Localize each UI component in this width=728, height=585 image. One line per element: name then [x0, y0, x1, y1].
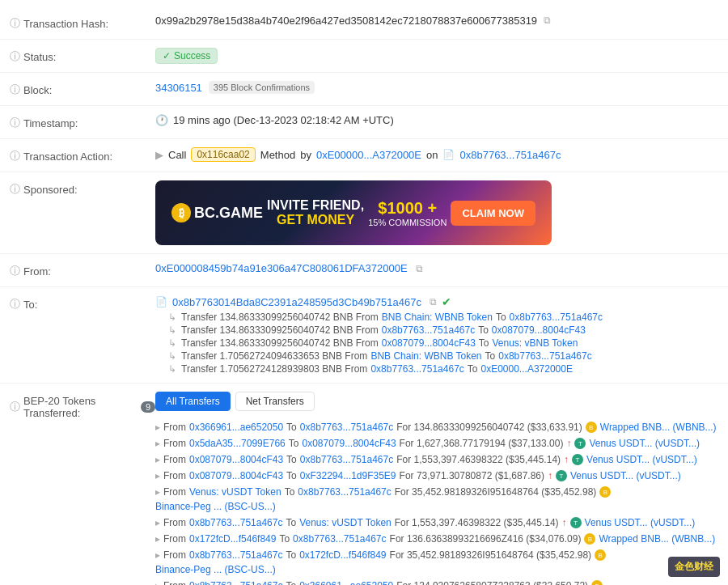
info-icon-hash: ⓘ [10, 16, 20, 31]
block-label: ⓘ Block: [10, 81, 155, 97]
status-row: ⓘ Status: ✓ Success [0, 40, 728, 73]
info-icon-from: ⓘ [10, 264, 20, 278]
ad-logo: ₿ BC.GAME [171, 203, 263, 223]
tx-hash-content: 0x99a2b2978e15d38a4b740e2f96a427ed350814… [155, 15, 718, 27]
from-content: 0xE000008459b74a91e306a47C808061DFA37200… [155, 262, 718, 274]
to-label: ⓘ To: [10, 295, 155, 312]
ad-amount-value: $1000 + [368, 199, 447, 218]
token-4-to[interactable]: 0xF32294...1d9F35E9 [300, 470, 396, 481]
token-line-3: From 0x087079...8004cF43 To 0x8b7763...7… [155, 451, 718, 468]
tx-action-row: ⓘ Transaction Action: ▶ Call 0x116caa02 … [0, 139, 728, 172]
transfer-5-to[interactable]: 0xE0000...A372000E [481, 363, 573, 375]
token-4-from[interactable]: 0x087079...8004cF43 [189, 470, 283, 481]
info-icon-sponsored: ⓘ [10, 182, 20, 197]
token-1-name[interactable]: Wrapped BNB... (WBNB...) [600, 422, 717, 433]
token-line-2: From 0x5daA35...7099E766 To 0x087079...8… [155, 435, 718, 451]
token-5-to[interactable]: 0x8b7763...751a467c [298, 486, 391, 498]
status-badge: ✓ Success [155, 48, 218, 64]
tx-hash-row: ⓘ Transaction Hash: 0x99a2b2978e15d38a4b… [0, 6, 728, 40]
transfer-item-4: Transfer 1.70562724094633653 BNB From BN… [168, 350, 603, 362]
token-8-to[interactable]: 0x172fcD...f546f849 [299, 549, 386, 561]
token-8-from[interactable]: 0x8b7763...751a467c [189, 549, 282, 561]
action-method-label: Method [260, 149, 295, 161]
copy-to-icon[interactable]: ⧉ [430, 296, 437, 307]
copy-from-icon[interactable]: ⧉ [416, 263, 423, 274]
bsc-token-icon-5: B [599, 486, 611, 498]
transfer-2-to[interactable]: 0x087079...8004cF43 [492, 324, 586, 336]
token-9-to[interactable]: 0x366961...ae652050 [299, 580, 393, 585]
token-3-from[interactable]: 0x087079...8004cF43 [189, 454, 283, 465]
from-label: ⓘ From: [10, 262, 155, 278]
token-5-name[interactable]: Binance-Peg ... (BSC-US...) [155, 501, 276, 512]
usdt-token-icon-6: T [570, 517, 582, 528]
token-8-name[interactable]: Binance-Peg ... (BSC-US...) [155, 564, 276, 575]
info-icon-timestamp: ⓘ [10, 116, 20, 130]
token-2-name[interactable]: Venus USDT... (vUSDT...) [589, 438, 700, 449]
ad-amount-section: $1000 + 15% COMMISSION [368, 199, 447, 227]
transfer-tabs: All Transfers Net Transfers [155, 392, 718, 411]
tab-all-transfers[interactable]: All Transfers [155, 392, 231, 411]
token-3-to[interactable]: 0x8b7763...751a467c [300, 454, 393, 465]
token-2-to[interactable]: 0x087079...8004cF43 [302, 438, 396, 449]
token-1-to[interactable]: 0x8b7763...751a467c [300, 422, 393, 433]
transfer-4-from[interactable]: BNB Chain: WBNB Token [370, 350, 481, 362]
tx-hash-label: ⓘ Transaction Hash: [10, 15, 155, 31]
token-4-name[interactable]: Venus USDT... (vUSDT...) [570, 470, 681, 481]
transfer-2-from[interactable]: 0x8b7763...751a467c [382, 324, 475, 336]
token-9-from[interactable]: 0x8b7763...751a467c [189, 580, 282, 585]
transfer-1-from[interactable]: BNB Chain: WBNB Token [382, 312, 493, 323]
token-7-from[interactable]: 0x172fcD...f546f849 [189, 533, 276, 545]
from-address-link[interactable]: 0xE000008459b74a91e306a47C808061DFA37200… [155, 262, 408, 274]
transfer-item-1: Transfer 134.86333099256040742 BNB From … [168, 312, 603, 323]
token-1-from[interactable]: 0x366961...ae652050 [189, 422, 283, 433]
action-contract-icon: 📄 [442, 149, 455, 160]
action-by-text: by [300, 149, 311, 161]
token-line-9: From 0x8b7763...751a467c To 0x366961...a… [155, 578, 718, 585]
ad-cta-button[interactable]: CLAIM NOW [451, 201, 535, 226]
token-6-name[interactable]: Venus USDT... (vUSDT...) [585, 517, 696, 528]
tab-net-transfers[interactable]: Net Transfers [235, 392, 315, 411]
usdt-token-icon-4: T [556, 470, 567, 481]
clock-icon: 🕐 [155, 114, 168, 126]
info-icon-to: ⓘ [10, 297, 20, 312]
transfer-item-5: Transfer 1.70562724128939803 BNB From 0x… [168, 363, 603, 375]
transfer-item-3: Transfer 134.86333099256040742 BNB From … [168, 337, 603, 349]
transfer-3-to[interactable]: Venus: vBNB Token [493, 337, 578, 349]
to-row: ⓘ To: 📄 0x8b7763014Bda8C2391a248595d3Cb4… [0, 287, 728, 384]
token-5-from[interactable]: Venus: vUSDT Token [189, 486, 281, 498]
bep20-label: ⓘ BEP-20 Tokens Transferred: 9 [10, 392, 155, 419]
transfer-1-to[interactable]: 0x8b7763...751a467c [510, 312, 603, 323]
sponsored-content: ₿ BC.GAME INVITE FRIEND, GET MONEY $1000… [155, 180, 718, 245]
token-2-from[interactable]: 0x5daA35...7099E766 [189, 438, 286, 449]
block-confirmations-badge: 395 Block Confirmations [209, 81, 315, 94]
transfer-item-2: Transfer 134.86333099256040742 BNB From … [168, 324, 603, 336]
copy-hash-icon[interactable]: ⧉ [544, 15, 551, 26]
token-6-from[interactable]: 0x8b7763...751a467c [189, 517, 282, 528]
bnb-token-icon-7: B [584, 533, 595, 545]
to-content: 📄 0x8b7763014Bda8C2391a248595d3Cb49b751a… [155, 295, 718, 375]
token-7-name[interactable]: Wrapped BNB... (WBNB...) [599, 533, 715, 545]
ad-text: INVITE FRIEND, GET MONEY [267, 198, 364, 227]
sponsored-label: ⓘ Sponsored: [10, 180, 155, 197]
action-on-text: on [426, 149, 438, 161]
token-line-7: From 0x172fcD...f546f849 To 0x8b7763...7… [155, 531, 718, 547]
timestamp-value: 19 mins ago (Dec-13-2023 02:18:42 AM +UT… [173, 114, 394, 126]
transfer-4-to[interactable]: 0x8b7763...751a467c [498, 350, 591, 362]
watermark: 金色财经 [668, 557, 720, 577]
ad-banner[interactable]: ₿ BC.GAME INVITE FRIEND, GET MONEY $1000… [155, 180, 552, 245]
to-address-link[interactable]: 0x8b7763014Bda8C2391a248595d3Cb49b751a46… [172, 296, 421, 308]
transfer-3-from[interactable]: 0x087079...8004cF43 [382, 337, 476, 349]
token-line-4: From 0x087079...8004cF43 To 0xF32294...1… [155, 468, 718, 484]
bep20-count-badge: 9 [141, 401, 155, 413]
internal-transfers-list: Transfer 134.86333099256040742 BNB From … [168, 312, 603, 375]
block-number-link[interactable]: 34306151 [155, 82, 202, 94]
token-6-to[interactable]: Venus: vUSDT Token [299, 517, 392, 528]
transfer-5-from[interactable]: 0x8b7763...751a467c [370, 363, 463, 375]
token-7-to[interactable]: 0x8b7763...751a467c [293, 533, 386, 545]
bep20-row: ⓘ BEP-20 Tokens Transferred: 9 All Trans… [0, 384, 728, 585]
info-icon-status: ⓘ [10, 49, 20, 64]
action-from-link[interactable]: 0xE00000...A372000E [316, 149, 421, 161]
action-to-link[interactable]: 0x8b7763...751a467c [459, 149, 561, 161]
token-3-name[interactable]: Venus USDT... (vUSDT...) [586, 454, 697, 465]
bnb-token-icon-1: B [586, 422, 597, 433]
